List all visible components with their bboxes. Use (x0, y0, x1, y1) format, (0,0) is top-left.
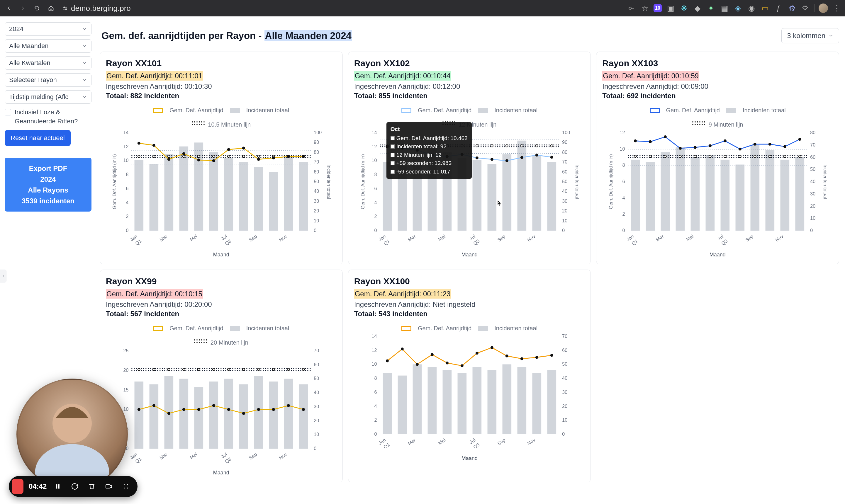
svg-text:Gem. Def. Aanrijdtijd (min): Gem. Def. Aanrijdtijd (min) (112, 154, 117, 209)
svg-rect-78 (457, 158, 466, 231)
svg-point-97 (506, 145, 508, 147)
ext-10-icon[interactable]: ⚙ (787, 3, 797, 13)
combo-chart[interactable]: 02468101214010203040506070JanQ1MarMeiJul… (354, 334, 585, 462)
filter-months[interactable]: Alle Maanden (5, 39, 91, 53)
svg-text:Maand: Maand (461, 252, 477, 257)
back-button[interactable] (3, 3, 14, 14)
svg-text:6: 6 (126, 186, 128, 191)
camera-button[interactable] (103, 481, 115, 492)
svg-text:2: 2 (374, 417, 377, 422)
combo-chart[interactable]: 0510152025010203040506070JanQ1MarMeiJulQ… (106, 348, 337, 477)
registered-time: Ingeschreven Aanrijdtijd: 00:20:00 (106, 300, 337, 309)
export-pdf-button[interactable]: Export PDF 2024 Alle Rayons 3539 inciden… (5, 158, 91, 212)
password-icon[interactable] (627, 3, 636, 13)
combo-chart[interactable]: 024681012140102030405060708090100JanQ1Ma… (106, 130, 337, 259)
svg-rect-80 (487, 164, 496, 231)
ext-8-icon[interactable]: ▭ (760, 3, 770, 13)
include-cancelled-checkbox[interactable]: Inclusief Loze & Geannuleerde Ritten? (5, 108, 91, 126)
svg-point-229 (213, 368, 215, 371)
svg-rect-274 (427, 367, 437, 434)
svg-point-182 (798, 138, 801, 141)
ext-1-icon[interactable]: ▣ (666, 3, 675, 13)
reset-button[interactable]: Reset naar actueel (5, 130, 71, 146)
ext-2-icon[interactable]: ❋ (679, 3, 689, 13)
svg-text:Mei: Mei (189, 452, 198, 460)
url-bar[interactable]: demo.berging.pro (62, 4, 131, 13)
svg-point-24 (213, 155, 215, 158)
extensions-icon[interactable] (801, 3, 810, 13)
svg-point-161 (664, 155, 666, 158)
svg-point-177 (724, 140, 726, 142)
svg-point-228 (198, 368, 200, 371)
svg-text:80: 80 (810, 130, 816, 135)
filter-timefield[interactable]: Tijdstip melding (Aflc (5, 90, 91, 104)
registered-time: Ingeschreven Aanrijdtijd: 00:10:30 (106, 82, 337, 91)
svg-text:100: 100 (314, 130, 322, 135)
svg-rect-214 (194, 387, 204, 449)
more-button[interactable] (120, 481, 131, 492)
forward-button[interactable] (18, 3, 28, 14)
svg-text:0: 0 (374, 228, 377, 233)
chart-svg: 02468101201020304050607080JanQ1MarMeiJul… (602, 130, 833, 259)
svg-text:40: 40 (562, 189, 567, 194)
ext-6-icon[interactable]: ◈ (733, 3, 743, 13)
pause-button[interactable] (52, 481, 64, 492)
svg-text:Maand: Maand (709, 252, 726, 257)
svg-text:Nov: Nov (278, 452, 288, 461)
svg-text:15: 15 (123, 388, 129, 392)
filter-rayon[interactable]: Selecteer Rayon (5, 73, 91, 87)
svg-rect-147 (691, 157, 700, 231)
chevron-left-icon (1, 274, 5, 278)
svg-rect-144 (646, 162, 655, 231)
collapse-sidebar-tab[interactable] (0, 270, 6, 283)
card-title: Rayon XX100 (354, 276, 585, 286)
extension-badge[interactable]: 10 (653, 4, 662, 12)
svg-rect-74 (398, 166, 407, 231)
svg-text:0: 0 (562, 432, 565, 437)
combo-chart[interactable]: 024681012140102030405060708090100JanQ1Ma… (354, 130, 585, 259)
total-incidents: Totaal: 543 incidenten (354, 310, 585, 318)
svg-rect-217 (239, 384, 248, 449)
combo-chart[interactable]: 02468101201020304050607080JanQ1MarMeiJul… (602, 130, 833, 259)
stop-record-button[interactable] (12, 481, 23, 492)
svg-text:4: 4 (374, 404, 377, 409)
filter-year[interactable]: 2024 (5, 22, 91, 36)
ext-3-icon[interactable]: ◆ (693, 3, 702, 13)
svg-point-110 (520, 156, 523, 159)
svg-text:2: 2 (622, 212, 625, 217)
rayon-card: Rayon XX102 Gem. Def. Aanrijdtijd: 00:10… (348, 52, 591, 264)
svg-rect-275 (442, 370, 452, 434)
svg-text:Sep: Sep (496, 234, 506, 242)
svg-point-239 (182, 408, 185, 411)
svg-text:50: 50 (314, 179, 319, 184)
svg-point-290 (490, 346, 493, 349)
presenter-video-bubble[interactable] (16, 379, 128, 490)
ext-7-icon[interactable]: ◉ (747, 3, 756, 13)
ext-5-icon[interactable]: ▦ (720, 3, 729, 13)
menu-icon[interactable]: ⋮ (832, 3, 842, 13)
ext-9-icon[interactable]: ƒ (774, 3, 783, 13)
restart-button[interactable] (69, 481, 81, 492)
filter-quarters[interactable]: Alle Kwartalen (5, 56, 91, 70)
svg-point-112 (550, 156, 553, 159)
svg-rect-10 (239, 162, 248, 231)
reload-button[interactable] (32, 3, 42, 14)
svg-point-166 (739, 155, 741, 158)
card-title: Rayon XX101 (106, 58, 337, 68)
svg-text:30: 30 (314, 199, 319, 204)
ext-4-icon[interactable]: ✦ (706, 3, 716, 13)
svg-rect-216 (224, 379, 233, 449)
columns-select[interactable]: 3 kolommen (781, 28, 839, 43)
svg-point-20 (153, 155, 155, 158)
delete-button[interactable] (86, 481, 98, 492)
svg-rect-14 (299, 162, 308, 231)
profile-avatar[interactable] (818, 3, 828, 13)
home-button[interactable] (46, 3, 56, 14)
svg-text:0: 0 (374, 432, 377, 437)
svg-point-174 (679, 147, 682, 150)
svg-point-105 (445, 155, 448, 158)
svg-rect-77 (442, 152, 452, 231)
star-icon[interactable]: ☆ (640, 3, 649, 13)
svg-text:20: 20 (810, 204, 816, 209)
svg-rect-149 (721, 160, 730, 231)
